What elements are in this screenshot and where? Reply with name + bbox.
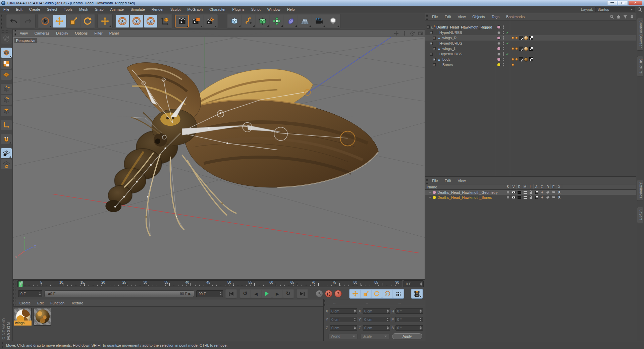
model-mode-button[interactable] (1, 48, 12, 58)
add-light-button[interactable] (326, 15, 340, 27)
texture-tag-icon[interactable] (524, 36, 528, 40)
add-spline-button[interactable] (242, 15, 255, 27)
solo-toggle[interactable] (505, 196, 511, 198)
layer-dot[interactable] (497, 42, 500, 45)
menu-item[interactable]: Character (206, 6, 229, 12)
add-hypernurbs-button[interactable] (256, 15, 269, 27)
material-name[interactable]: wings (14, 321, 32, 326)
workplane-lock-button[interactable] (1, 148, 12, 158)
pos-z-field[interactable]: 0 cm (330, 325, 357, 331)
rotate-tool-button[interactable] (81, 15, 94, 27)
redo-button[interactable] (21, 15, 35, 27)
goto-end-button[interactable] (297, 290, 307, 298)
tree-row-hypernurbs[interactable]: − HyperNURBS ✓ (425, 30, 636, 35)
play-button[interactable] (262, 290, 272, 298)
render-toggle[interactable] (517, 191, 522, 194)
viewport-rotate-button[interactable] (409, 30, 415, 36)
object-label[interactable]: wings_L (442, 47, 456, 51)
record-scale-toggle[interactable] (361, 290, 371, 298)
tab-structure[interactable]: Structure (637, 56, 643, 76)
viewport-menu-item[interactable]: Filter (91, 30, 106, 36)
uvw-tag-icon[interactable] (529, 47, 533, 51)
viewport-menu-item[interactable]: Display (53, 30, 71, 36)
planar-workplane-button[interactable] (1, 159, 12, 169)
object-label[interactable]: HyperNURBS (439, 52, 462, 56)
visibility-dots[interactable] (502, 58, 505, 61)
edges-mode-button[interactable] (1, 95, 12, 105)
add-modeling-object-button[interactable] (270, 15, 283, 27)
mode-toolbar-grip[interactable] (0, 30, 9, 33)
object-manager-menu-item[interactable]: Bookmarks (503, 14, 528, 20)
spinner[interactable] (387, 309, 390, 313)
menu-item[interactable]: Snap (92, 6, 107, 12)
tree-row-body[interactable]: + ▲ body (425, 57, 636, 62)
frame-input[interactable]: 0 F (18, 290, 42, 297)
status-grip[interactable] (0, 341, 3, 349)
previous-key-button[interactable]: ↺ (240, 290, 250, 298)
uvw-tag-icon[interactable] (529, 57, 533, 61)
size-y-field[interactable]: 0 cm (363, 317, 390, 322)
record-pla-toggle[interactable] (393, 290, 403, 298)
name-column-header[interactable]: Name (425, 184, 505, 189)
object-label[interactable]: HyperNURBS (439, 41, 462, 45)
transport-grip[interactable] (13, 288, 16, 299)
object-label[interactable]: body (442, 57, 450, 61)
xref-toggle[interactable]: X (556, 190, 562, 194)
next-frame-button[interactable]: ▶ (272, 290, 282, 298)
solo-toggle[interactable] (505, 191, 511, 193)
filter-icon[interactable] (623, 15, 627, 19)
manager-toggle[interactable] (522, 196, 528, 199)
rot-b-field[interactable]: 0 ° (395, 325, 423, 331)
layer-menu-item[interactable]: View (454, 178, 469, 184)
layer-swatch[interactable] (497, 36, 500, 40)
timeline-grip[interactable] (13, 280, 16, 288)
object-label[interactable]: wings_R (442, 36, 457, 40)
material-name[interactable]: body (34, 321, 51, 326)
rot-p-field[interactable]: 0 ° (395, 317, 423, 322)
view-toggle[interactable] (511, 196, 517, 199)
end-frame-input[interactable]: 90 F (196, 290, 223, 297)
expand-toggle[interactable]: + (433, 58, 436, 61)
texture-axis-mode-button[interactable] (1, 70, 12, 80)
manager-toggle[interactable] (522, 191, 528, 194)
expressions-toggle[interactable] (551, 196, 556, 198)
object-manager-menu-item[interactable]: Edit (441, 14, 454, 20)
record-position-button[interactable] (316, 290, 323, 297)
menu-item[interactable]: Mesh (76, 6, 92, 12)
enable-snap-button[interactable] (1, 134, 12, 144)
layer-column-header[interactable]: M (522, 184, 528, 189)
menu-item[interactable]: Sculpt (167, 6, 184, 12)
add-environment-button[interactable] (298, 15, 312, 27)
render-view-button[interactable] (175, 15, 189, 27)
weight-tag-icon[interactable] (519, 47, 523, 51)
expand-toggle[interactable]: + (433, 47, 436, 50)
viewport-toggle-button[interactable] (417, 30, 423, 36)
material-menu-item[interactable]: Function (47, 300, 68, 306)
coordinate-mode-select[interactable]: Scale (360, 334, 389, 339)
rot-h-field[interactable]: 0 ° (395, 308, 423, 314)
search-icon[interactable] (610, 15, 614, 19)
selection-tag-icon[interactable] (512, 58, 514, 61)
tree-row-wings-r[interactable]: + ▲ wings_R (425, 35, 636, 41)
live-selection-button[interactable] (39, 15, 52, 27)
visibility-dots[interactable] (502, 52, 505, 56)
object-manager-menu-item[interactable]: File (429, 14, 441, 20)
layer-menu-item[interactable]: File (429, 178, 441, 184)
undo-button[interactable] (7, 15, 20, 27)
home-icon[interactable] (616, 15, 621, 19)
enable-axis-button[interactable] (1, 120, 12, 130)
end-frame-spinner[interactable] (220, 292, 223, 295)
selection-tag-icon[interactable] (512, 37, 514, 39)
layer-column-header[interactable]: R (517, 184, 522, 189)
record-rotation-toggle[interactable] (372, 290, 382, 298)
generators-toggle[interactable]: + (539, 195, 545, 199)
viewport-menu-grip[interactable] (13, 30, 16, 37)
layer-menu-item[interactable]: Edit (441, 178, 454, 184)
layer-swatch[interactable] (497, 47, 500, 50)
layer-name[interactable]: Deaths_Head_Hawkmoth_Bones (437, 195, 492, 199)
texture-tag-icon[interactable] (524, 57, 528, 62)
spinner[interactable] (354, 318, 357, 321)
object-manager-menu-item[interactable]: Tags (488, 14, 503, 20)
goto-start-button[interactable] (226, 290, 236, 298)
tree-row-hypernurbs[interactable]: − HyperNURBS ✓ (425, 41, 636, 46)
